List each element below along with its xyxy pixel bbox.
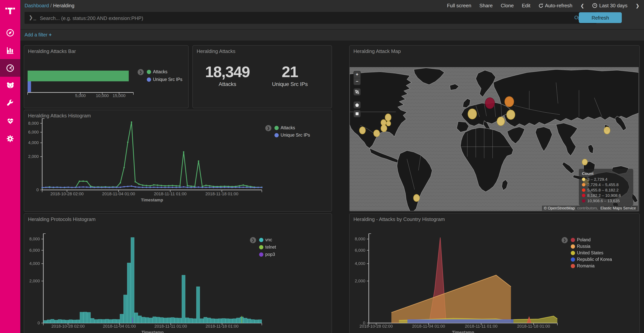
timepicker-button[interactable]: Last 30 days bbox=[592, 3, 627, 9]
osm-attribution-link[interactable]: © OpenStreetMap bbox=[543, 206, 576, 210]
svg-text:2018-10-28 02:00: 2018-10-28 02:00 bbox=[50, 191, 84, 196]
legend-color-dot bbox=[571, 244, 575, 248]
map-zoom-in-button[interactable]: + bbox=[354, 71, 360, 78]
search-box: ❯_ Options bbox=[24, 12, 596, 24]
map-draw-rectangle-button[interactable] bbox=[354, 111, 360, 117]
attack-origin-circle[interactable] bbox=[385, 114, 392, 121]
legend-item[interactable]: Attacks bbox=[147, 70, 182, 74]
telekom-t-icon bbox=[5, 6, 15, 16]
breadcrumb-current: Heralding bbox=[53, 3, 74, 9]
legend-item[interactable]: pop3 bbox=[259, 252, 276, 257]
add-filter-button[interactable]: Add a filter + bbox=[24, 32, 52, 38]
legend-item[interactable]: Attacks bbox=[274, 125, 310, 130]
legend-toggle-icon[interactable]: ❯ bbox=[250, 237, 256, 243]
app-sidebar bbox=[0, 0, 20, 333]
legend-color-dot bbox=[571, 257, 575, 261]
panel-heralding-attacks-bar: Heralding Attacks Bar 5,00010,00015,000 … bbox=[24, 45, 188, 108]
edit-button[interactable]: Edit bbox=[522, 3, 530, 9]
map-legend-dot bbox=[582, 183, 585, 186]
attack-origin-circle[interactable] bbox=[373, 130, 380, 137]
protocols-histogram-chart[interactable]: 02,0004,0006,0008,0002018-10-28 02:00201… bbox=[24, 214, 332, 333]
legend-label: Unique Src IPs bbox=[153, 77, 182, 82]
map-draw-polygon-button[interactable] bbox=[354, 102, 360, 108]
chart-legend: ❯vnctelnetpop3 bbox=[259, 237, 276, 259]
attack-origin-circle[interactable] bbox=[359, 127, 366, 134]
svg-text:2,000: 2,000 bbox=[355, 278, 365, 283]
legend-item[interactable]: Romania bbox=[571, 263, 612, 268]
attack-origin-circle[interactable] bbox=[468, 109, 477, 119]
auto-refresh-button[interactable]: Auto-refresh bbox=[538, 3, 572, 9]
panel-title: Heralding Attack Map bbox=[350, 46, 640, 54]
ems-attribution-link[interactable]: Elastic Maps Service bbox=[599, 206, 637, 210]
attack-origin-circle[interactable] bbox=[485, 97, 495, 109]
legend-toggle-icon[interactable]: ❯ bbox=[265, 125, 272, 131]
legend-item[interactable]: telnet bbox=[259, 245, 276, 249]
attack-map[interactable]: + − Count 3 bbox=[350, 67, 639, 211]
legend-item[interactable]: Unique Src IPs bbox=[274, 133, 310, 137]
clone-button[interactable]: Clone bbox=[501, 3, 514, 9]
legend-item[interactable]: United States bbox=[571, 250, 612, 255]
svg-text:2018-11-18 01:00: 2018-11-18 01:00 bbox=[517, 324, 550, 328]
full-screen-button[interactable]: Full screen bbox=[447, 3, 471, 9]
wrench-icon bbox=[6, 99, 14, 107]
legend-label: Poland bbox=[577, 237, 591, 242]
svg-text:2,000: 2,000 bbox=[28, 154, 39, 159]
sidebar-item-devtools[interactable] bbox=[0, 94, 20, 112]
share-button[interactable]: Share bbox=[479, 3, 492, 9]
time-prev-button[interactable]: ❮ bbox=[580, 3, 584, 8]
navbar-actions: Full screen Share Clone Edit Auto-refres… bbox=[447, 3, 640, 9]
sidebar-item-tpot[interactable] bbox=[0, 77, 20, 94]
legend-toggle-icon[interactable]: ❯ bbox=[138, 69, 144, 75]
attack-origin-circle[interactable] bbox=[504, 96, 514, 107]
sidebar-item-management[interactable] bbox=[0, 130, 20, 147]
legend-item[interactable]: Republic of Korea bbox=[571, 257, 612, 262]
map-fit-bounds-button[interactable] bbox=[354, 89, 360, 95]
map-legend-dot bbox=[582, 177, 585, 181]
attack-origin-circle[interactable] bbox=[604, 127, 610, 134]
metric-value: 21 bbox=[272, 63, 308, 81]
legend-item[interactable]: Russia bbox=[571, 244, 612, 249]
metric-group: 18,349 Attacks 21 Unique Src IPs bbox=[193, 63, 320, 87]
sidebar-item-dashboard[interactable] bbox=[0, 59, 20, 77]
metric-unique-src-ips: 21 Unique Src IPs bbox=[272, 63, 308, 87]
country-histogram-chart[interactable]: 02,0004,0006,0008,0002018-10-28 02:00201… bbox=[350, 214, 640, 333]
legend-label: vnc bbox=[265, 237, 272, 242]
search-input[interactable] bbox=[39, 12, 531, 25]
legend-color-dot bbox=[571, 251, 575, 255]
attack-origin-circle[interactable] bbox=[506, 110, 515, 120]
bear-icon bbox=[6, 81, 14, 90]
legend-item[interactable]: Unique Src IPs bbox=[147, 77, 182, 82]
sidebar-item-discover[interactable] bbox=[0, 24, 20, 42]
legend-toggle-icon[interactable]: ❯ bbox=[562, 237, 568, 243]
svg-text:4,000: 4,000 bbox=[28, 140, 39, 145]
map-legend-item: 8,182.2 – 10,908.6 bbox=[582, 193, 630, 198]
attack-origin-circle[interactable] bbox=[497, 116, 505, 126]
svg-text:5,000: 5,000 bbox=[75, 93, 86, 98]
sidebar-item-visualize[interactable] bbox=[0, 42, 20, 59]
telekom-logo[interactable] bbox=[0, 0, 20, 22]
panel-heralding-attack-map: Heralding Attack Map bbox=[349, 45, 640, 212]
attack-origin-circle[interactable] bbox=[582, 159, 588, 166]
metric-label: Unique Src IPs bbox=[272, 81, 308, 87]
svg-text:6,000: 6,000 bbox=[355, 248, 365, 253]
svg-text:2,000: 2,000 bbox=[29, 278, 40, 283]
legend-label: United States bbox=[577, 250, 603, 255]
panel-heralding-protocols-histogram: Heralding Protocols Histogram 02,0004,00… bbox=[24, 213, 332, 333]
legend-label: pop3 bbox=[265, 252, 275, 257]
legend-color-dot bbox=[147, 77, 151, 82]
breadcrumb-dashboard-link[interactable]: Dashboard bbox=[24, 3, 49, 9]
legend-label: Russia bbox=[577, 244, 590, 249]
sidebar-item-monitoring[interactable] bbox=[0, 112, 20, 130]
map-zoom-out-button[interactable]: − bbox=[354, 78, 360, 85]
time-next-button[interactable]: ❯ bbox=[636, 3, 640, 8]
refresh-button[interactable]: Refresh bbox=[579, 12, 622, 23]
map-attribution: © OpenStreetMap contributors, Elastic Ma… bbox=[542, 206, 638, 211]
legend-color-dot bbox=[259, 245, 263, 249]
svg-text:2018-11-11 01:00: 2018-11-11 01:00 bbox=[154, 191, 186, 196]
svg-text:2018-11-18 01:00: 2018-11-18 01:00 bbox=[206, 324, 238, 328]
legend-item[interactable]: Poland bbox=[571, 237, 612, 242]
svg-text:0: 0 bbox=[36, 187, 39, 192]
legend-item[interactable]: vnc bbox=[259, 237, 276, 242]
legend-label: Attacks bbox=[153, 70, 167, 74]
clock-icon bbox=[592, 3, 597, 8]
